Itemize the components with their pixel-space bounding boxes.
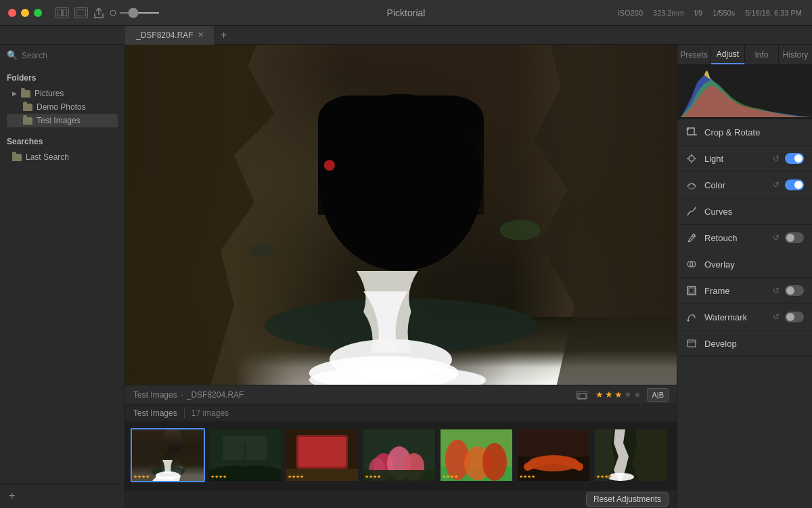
- star-1[interactable]: ★: [595, 389, 604, 400]
- new-tab-button[interactable]: +: [215, 26, 233, 44]
- thumbnail-1[interactable]: ★★★★: [131, 428, 205, 482]
- right-panel: Presets Adjust Info History: [677, 45, 812, 508]
- color-icon: [685, 179, 698, 191]
- date-value: 5/16/16, 6:33 PM: [745, 9, 802, 17]
- svg-point-11: [324, 160, 335, 171]
- retouch-reset-icon[interactable]: ↺: [771, 232, 782, 243]
- svg-rect-1: [63, 9, 67, 16]
- watermark-reset-icon[interactable]: ↺: [771, 312, 782, 322]
- folders-section: Folders ▶ Pictures Demo Photos Test Imag…: [0, 66, 125, 130]
- thumb-svg-3: [286, 429, 358, 481]
- retouch-icon: [685, 232, 698, 244]
- watermark-label: Watermark: [704, 312, 764, 322]
- thumb-image-2: [209, 429, 281, 481]
- minimize-button[interactable]: [21, 9, 29, 17]
- tab-presets[interactable]: Presets: [677, 45, 711, 64]
- close-button[interactable]: [8, 9, 16, 17]
- color-reset-icon[interactable]: ↺: [771, 179, 782, 190]
- folders-label: Folders: [7, 73, 118, 83]
- star-5[interactable]: ★: [633, 389, 641, 400]
- reset-adjustments-button[interactable]: Reset Adjustments: [586, 492, 669, 507]
- zoom-slider: [110, 9, 160, 16]
- thumb-image-5: [441, 429, 512, 481]
- adjust-light[interactable]: Light ↺: [677, 146, 812, 172]
- thumb-stars-2: ★★★★: [210, 474, 227, 480]
- svg-point-52: [687, 320, 690, 322]
- thumbnail-7[interactable]: ★★★★: [593, 428, 668, 482]
- view-icon-1[interactable]: [55, 7, 69, 18]
- thumbnail-5[interactable]: ★★★★: [439, 428, 514, 482]
- maximize-button[interactable]: [34, 9, 42, 17]
- svg-rect-51: [689, 288, 694, 293]
- star-rating[interactable]: ★ ★ ★ ★ ★: [595, 389, 641, 400]
- adjust-crop-rotate[interactable]: Crop & Rotate: [677, 119, 812, 146]
- thumb-image-6: [518, 429, 589, 481]
- watermark-toggle[interactable]: [785, 312, 804, 322]
- develop-icon: [685, 337, 698, 350]
- tab-info[interactable]: Info: [745, 45, 779, 64]
- sidebar-item-last-search[interactable]: Last Search: [7, 150, 118, 164]
- search-input[interactable]: [22, 51, 118, 60]
- retouch-toggle[interactable]: [785, 232, 804, 243]
- thumb-stars-6: ★★★★: [519, 474, 535, 480]
- zoom-input[interactable]: [119, 12, 160, 14]
- titlebar-controls: [42, 7, 160, 19]
- sidebar-item-demo-photos[interactable]: Demo Photos: [7, 100, 118, 114]
- traffic-lights: [0, 9, 42, 17]
- tab-close-icon[interactable]: ✕: [198, 30, 204, 39]
- tab-history[interactable]: History: [779, 45, 812, 64]
- sidebar-item-test-images[interactable]: Test Images: [7, 114, 118, 127]
- adjust-overlay[interactable]: Overlay: [677, 251, 812, 278]
- adjust-color[interactable]: Color ↺: [677, 172, 812, 198]
- thumbnail-4[interactable]: ★★★★: [362, 428, 436, 482]
- view-icon-2[interactable]: [74, 7, 88, 18]
- thumb-svg-1: [132, 429, 204, 481]
- share-button[interactable]: [93, 7, 104, 19]
- active-tab[interactable]: _DSF8204.RAF ✕: [125, 26, 215, 45]
- frame-label: Frame: [704, 286, 764, 296]
- searches-label: Searches: [7, 137, 118, 146]
- star-2[interactable]: ★: [605, 389, 613, 400]
- main-layout: 🔍 Folders ▶ Pictures Demo Photos Test Im…: [0, 45, 812, 508]
- adjust-curves[interactable]: Curves: [677, 198, 812, 225]
- adjust-develop[interactable]: Develop: [677, 331, 812, 357]
- light-toggle[interactable]: [785, 153, 804, 164]
- adjust-retouch[interactable]: Retouch ↺: [677, 225, 812, 251]
- color-toggle[interactable]: [785, 179, 804, 190]
- thumb-svg-2: [209, 429, 281, 481]
- adjust-frame[interactable]: Frame ↺: [677, 278, 812, 304]
- titlebar: Picktorial ISO200 323.2mm f/9 1/550s 5/1…: [0, 0, 812, 26]
- svg-rect-12: [578, 394, 586, 399]
- add-folder-button[interactable]: +: [5, 489, 19, 503]
- thumb-stars-1: ★★★★: [133, 474, 150, 480]
- thumb-image-3: [286, 429, 358, 481]
- rating-icon: [577, 391, 587, 399]
- histogram: [677, 65, 812, 119]
- thumbnail-6[interactable]: ★★★★: [516, 428, 591, 482]
- thumbnail-3[interactable]: ★★★★: [285, 428, 359, 482]
- star-4[interactable]: ★: [624, 389, 632, 400]
- tab-adjust[interactable]: Adjust: [711, 45, 745, 64]
- scene-svg: [125, 45, 677, 385]
- filmstrip: ★★★★ ★★★★: [125, 421, 677, 489]
- sidebar: 🔍 Folders ▶ Pictures Demo Photos Test Im…: [0, 45, 125, 508]
- star-3[interactable]: ★: [614, 389, 623, 400]
- shutter-value: 1/550s: [713, 9, 735, 17]
- folder-icon: [23, 104, 32, 111]
- adjust-watermark[interactable]: Watermark ↺: [677, 304, 812, 331]
- chevron-icon: ▶: [12, 90, 17, 97]
- frame-reset-icon[interactable]: ↺: [771, 285, 782, 296]
- sidebar-item-label: Pictures: [35, 89, 64, 98]
- thumbnail-2[interactable]: ★★★★: [208, 428, 282, 482]
- thumb-image-1: [132, 429, 204, 481]
- thumb-stars-7: ★★★★: [596, 474, 612, 480]
- thumb-svg-4: [363, 429, 435, 481]
- sidebar-item-label: Demo Photos: [37, 102, 86, 112]
- center-content: Test Images › _DSF8204.RAF ★ ★ ★ ★ ★ A|B: [125, 45, 677, 508]
- ab-compare-button[interactable]: A|B: [647, 388, 669, 402]
- sidebar-item-pictures[interactable]: ▶ Pictures: [7, 87, 118, 100]
- svg-point-9: [499, 220, 540, 240]
- light-reset-icon[interactable]: ↺: [771, 153, 782, 164]
- sidebar-search-container: 🔍: [0, 45, 125, 66]
- frame-toggle[interactable]: [785, 285, 804, 296]
